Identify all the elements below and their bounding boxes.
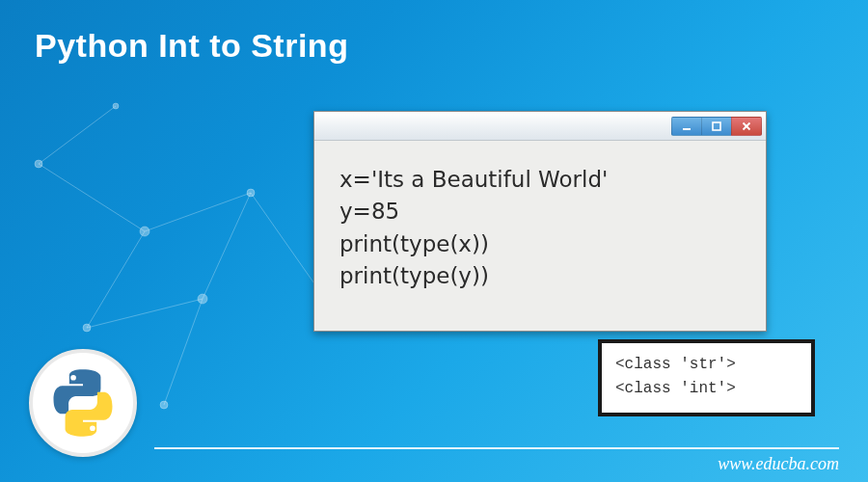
svg-rect-16	[683, 128, 691, 130]
code-body: x='Its a Beautiful World' y=85 print(typ…	[314, 141, 766, 331]
output-line: <class 'int'>	[615, 380, 736, 397]
svg-rect-17	[713, 122, 720, 130]
footer-url: www.educba.com	[718, 454, 839, 474]
svg-line-7	[39, 106, 116, 164]
maximize-button[interactable]	[701, 117, 732, 136]
code-line: x='Its a Beautiful World'	[339, 167, 608, 192]
python-logo-icon	[45, 365, 121, 441]
svg-point-15	[113, 103, 119, 109]
code-line: y=85	[339, 199, 399, 224]
window-titlebar	[314, 112, 766, 141]
page-title: Python Int to String	[35, 27, 348, 65]
svg-point-9	[140, 227, 149, 236]
output-line: <class 'str'>	[615, 356, 736, 373]
svg-line-0	[39, 164, 145, 231]
svg-point-11	[247, 189, 255, 197]
code-line: print(type(y))	[339, 263, 489, 288]
close-button[interactable]	[731, 117, 762, 136]
footer-divider	[154, 447, 839, 449]
svg-line-5	[164, 299, 203, 405]
svg-point-12	[198, 294, 207, 304]
svg-line-4	[87, 299, 203, 328]
close-icon	[741, 120, 752, 132]
svg-point-8	[35, 160, 42, 168]
code-window: x='Its a Beautiful World' y=85 print(typ…	[313, 111, 767, 332]
maximize-icon	[711, 120, 722, 132]
svg-line-2	[145, 193, 251, 231]
minimize-button[interactable]	[671, 117, 702, 136]
svg-line-3	[203, 193, 251, 299]
python-logo	[29, 349, 137, 457]
output-box: <class 'str'> <class 'int'>	[598, 339, 815, 416]
code-line: print(type(x))	[339, 231, 489, 256]
svg-line-6	[251, 193, 318, 289]
svg-point-13	[160, 401, 168, 409]
minimize-icon	[681, 120, 692, 132]
svg-line-1	[87, 231, 145, 328]
svg-point-10	[83, 324, 91, 332]
